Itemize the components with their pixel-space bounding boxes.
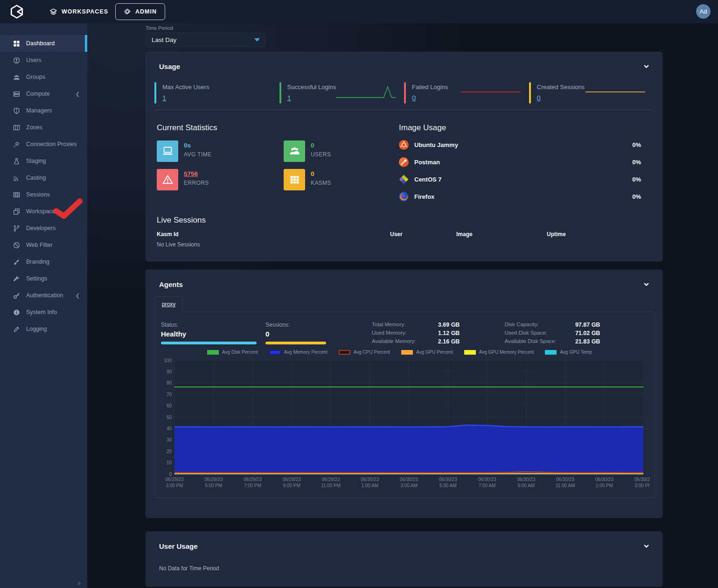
legend-swatch bbox=[207, 350, 219, 355]
legend-item-avg-gpu-percent[interactable]: Avg GPU Percent bbox=[401, 350, 464, 355]
stat-tile-errors: 5756ERRORS bbox=[157, 169, 284, 190]
sidebar-item-zones[interactable]: Zones bbox=[0, 119, 87, 136]
sidebar-item-authentication[interactable]: Authentication❮ bbox=[0, 287, 87, 304]
sidebar-item-developers[interactable]: Developers bbox=[0, 220, 87, 237]
sidebar-item-label: Users bbox=[26, 57, 42, 63]
image-usage-percent: 0% bbox=[632, 193, 641, 200]
sidebar-item-casting[interactable]: Casting bbox=[0, 169, 87, 186]
legend-label: Avg GPU Temp bbox=[560, 350, 592, 355]
legend-item-avg-cpu-percent[interactable]: Avg CPU Percent bbox=[339, 350, 401, 355]
stat-sparkline bbox=[461, 84, 522, 102]
nav-workspaces[interactable]: WORKSPACES bbox=[49, 8, 108, 16]
usage-stat-created-sessions: Created Sessions0 bbox=[529, 78, 654, 110]
stat-value-link[interactable]: 1 bbox=[287, 94, 291, 102]
sidebar-item-label: Developers bbox=[26, 225, 56, 231]
legend-swatch bbox=[401, 350, 413, 355]
gear-icon bbox=[124, 8, 131, 15]
stat-value-link[interactable]: 0 bbox=[537, 94, 541, 102]
svg-text:7:00 AM: 7:00 AM bbox=[479, 483, 496, 488]
top-bar: WORKSPACES ADMIN Ad bbox=[0, 0, 718, 23]
window-icon bbox=[13, 208, 20, 215]
image-usage-percent: 0% bbox=[632, 141, 641, 148]
agent-sessions-value: 0 bbox=[265, 330, 369, 338]
legend-label: Avg Disk Percent bbox=[222, 350, 258, 355]
sidebar-item-web-filter[interactable]: Web Filter bbox=[0, 237, 87, 253]
admin-button[interactable]: ADMIN bbox=[115, 3, 165, 20]
sidebar-item-label: Workspaces bbox=[26, 208, 58, 215]
svg-text:3:00 PM: 3:00 PM bbox=[166, 483, 183, 488]
sidebar-item-staging[interactable]: Staging bbox=[0, 153, 87, 169]
svg-text:100: 100 bbox=[164, 358, 172, 363]
user-icon bbox=[13, 56, 20, 64]
user-usage-panel: User Usage No Data for Time Period bbox=[146, 532, 662, 587]
usage-stats-row: Max Active Users1Successful Logins1Faile… bbox=[154, 78, 654, 110]
postman-logo bbox=[399, 157, 409, 167]
sidebar-item-label: Casting bbox=[26, 175, 46, 181]
sidebar-item-groups[interactable]: Groups bbox=[0, 69, 87, 85]
user-usage-collapse-chevron-icon[interactable] bbox=[643, 543, 650, 550]
sidebar-item-logging[interactable]: Logging bbox=[0, 321, 87, 337]
stat-tile-avg-time: 0sAVG TIME bbox=[157, 140, 284, 162]
image-usage-row-centos-7: CentOS 70% bbox=[399, 175, 641, 184]
stat-accent-bar bbox=[154, 82, 156, 104]
sidebar-item-users[interactable]: Users bbox=[0, 52, 87, 69]
system-stat-value: 1.12 GB bbox=[430, 330, 460, 336]
sidebar-item-compute[interactable]: Compute❮ bbox=[0, 85, 87, 102]
sidebar-item-connection-proxies[interactable]: Connection Proxies bbox=[0, 136, 87, 153]
image-usage-row-ubuntu-jammy: Ubuntu Jammy0% bbox=[399, 140, 641, 150]
svg-text:9:00 AM: 9:00 AM bbox=[517, 483, 535, 488]
sidebar-item-system-info[interactable]: System Info bbox=[0, 304, 87, 321]
svg-text:90: 90 bbox=[167, 369, 172, 374]
sidebar-item-workspaces[interactable]: Workspaces bbox=[0, 203, 87, 220]
svg-text:10: 10 bbox=[167, 460, 172, 465]
svg-text:06/30/23: 06/30/23 bbox=[478, 477, 496, 482]
kasm-logo bbox=[9, 4, 24, 19]
usage-collapse-chevron-icon[interactable] bbox=[643, 63, 650, 70]
sidebar-item-settings[interactable]: Settings bbox=[0, 270, 87, 287]
image-name: Postman bbox=[414, 159, 440, 166]
brush-icon bbox=[13, 258, 20, 266]
legend-item-avg-memory-percent[interactable]: Avg Memory Percent bbox=[269, 350, 339, 355]
svg-text:06/30/23: 06/30/23 bbox=[400, 477, 418, 482]
warning-icon bbox=[157, 169, 178, 190]
sidebar-item-label: Web Filter bbox=[26, 242, 53, 248]
centos-logo bbox=[399, 175, 409, 184]
current-statistics-section: Current Statistics 0sAVG TIME0USERS5756E… bbox=[157, 123, 399, 202]
legend-item-avg-gpu-memory-percent[interactable]: Avg GPU Memory Percent bbox=[464, 350, 545, 355]
user-avatar[interactable]: Ad bbox=[696, 4, 711, 19]
agents-panel: Agents proxy Status: Healthy Sessions: 0 bbox=[146, 270, 662, 518]
stat-value-link[interactable]: 0 bbox=[412, 94, 416, 102]
stat-value-link[interactable]: 1 bbox=[162, 94, 166, 102]
live-sessions-column-header: Uptime bbox=[547, 231, 649, 238]
ban-icon bbox=[13, 241, 20, 249]
sidebar-collapse-chevron-icon[interactable]: « bbox=[75, 579, 83, 587]
sidebar-item-label: Logging bbox=[26, 326, 47, 332]
usage-panel-title: Usage bbox=[159, 63, 180, 70]
svg-text:06/30/23: 06/30/23 bbox=[439, 477, 457, 482]
system-stat-label: Used Disk Space: bbox=[504, 330, 556, 336]
system-stat-label: Total Memory: bbox=[372, 322, 416, 328]
tile-value[interactable]: 5756 bbox=[184, 170, 209, 177]
system-stat-label: Disk Capacity: bbox=[504, 322, 556, 328]
sidebar-item-label: Connection Proxies bbox=[26, 141, 77, 147]
svg-text:06/30/23: 06/30/23 bbox=[361, 477, 379, 482]
live-sessions-title: Live Sessions bbox=[157, 216, 649, 225]
svg-text:06/30/23: 06/30/23 bbox=[595, 477, 613, 482]
ubuntu-logo bbox=[399, 140, 409, 150]
agent-sessions: Sessions: 0 bbox=[265, 322, 369, 344]
time-period-select[interactable]: Last Day bbox=[146, 33, 266, 47]
tile-label: USERS bbox=[311, 151, 331, 158]
sidebar-item-managers[interactable]: Managers bbox=[0, 102, 87, 119]
agent-tab-proxy[interactable]: proxy bbox=[154, 296, 183, 312]
stat-label: Max Active Users bbox=[162, 84, 279, 91]
agent-status-value: Healthy bbox=[161, 330, 265, 338]
legend-item-avg-gpu-temp[interactable]: Avg GPU Temp bbox=[545, 350, 603, 355]
sidebar-item-branding[interactable]: Branding bbox=[0, 253, 87, 270]
stat-accent-bar bbox=[404, 82, 406, 104]
sidebar-item-sessions[interactable]: Sessions bbox=[0, 186, 87, 203]
usage-panel: Usage Max Active Users1Successful Logins… bbox=[146, 52, 662, 261]
usage-stat-failed-logins: Failed Logins0 bbox=[404, 78, 529, 110]
sidebar-item-dashboard[interactable]: Dashboard bbox=[0, 35, 87, 52]
legend-item-avg-disk-percent[interactable]: Avg Disk Percent bbox=[207, 350, 269, 355]
agents-collapse-chevron-icon[interactable] bbox=[643, 281, 650, 288]
